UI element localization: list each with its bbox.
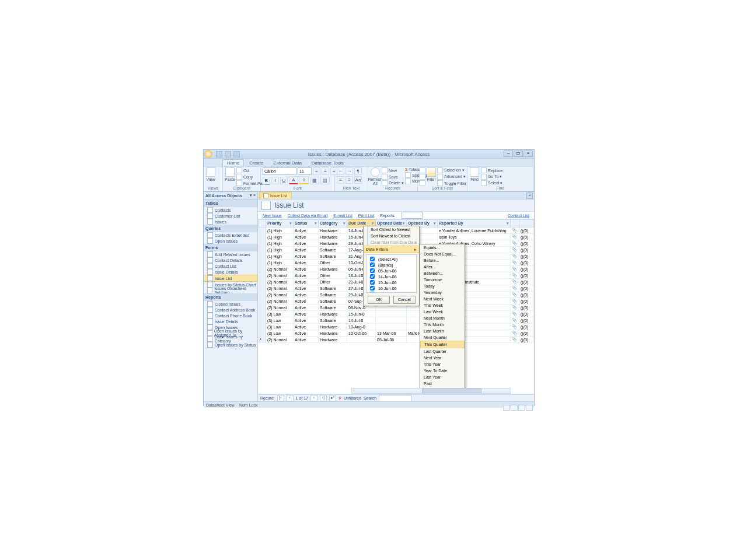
toggle-filter-button[interactable]: Toggle Filter <box>437 180 466 186</box>
col-priority[interactable]: Priority▾ <box>266 220 294 228</box>
filter-value[interactable]: 14-Jun-06 <box>368 274 415 279</box>
date-filter-tomorrow[interactable]: Tomorrow <box>420 276 465 283</box>
nav-item-customer-list[interactable]: Customer List <box>204 213 257 219</box>
due-date-filter-menu[interactable]: Sort Oldest to NewestSort Newest to Olde… <box>363 226 420 306</box>
date-filter-this-month[interactable]: This Month <box>420 321 465 328</box>
reports-combo[interactable] <box>402 212 423 219</box>
col-rowselector[interactable] <box>511 220 519 228</box>
nav-item-issues-datasheet-subform[interactable]: Issues Datasheet Subform <box>204 288 257 293</box>
align-center-button[interactable]: ≡ <box>322 167 329 175</box>
nav-item-issues[interactable]: Issues <box>204 219 257 225</box>
col-rowselector[interactable] <box>519 220 534 228</box>
date-filter-after[interactable]: After... <box>420 264 465 270</box>
cancel-button[interactable]: Cancel <box>393 296 416 304</box>
nav-item-contact-phone-book[interactable]: Contact Phone Book <box>204 313 257 318</box>
date-filter-next-year[interactable]: Next Year <box>420 355 465 361</box>
qat-save-icon[interactable] <box>216 151 222 158</box>
maximize-button[interactable]: ▭ <box>514 150 523 157</box>
date-filter-year-to-date[interactable]: Year To Date <box>420 368 465 374</box>
goto-button[interactable]: Go To ▾ <box>481 174 503 180</box>
nav-item-issue-list[interactable]: Issue List <box>204 275 257 282</box>
selection-button[interactable]: Selection ▾ <box>437 167 466 173</box>
filter-value[interactable]: 05-Jun-06 <box>368 268 415 274</box>
new-record-button[interactable]: New <box>382 167 404 173</box>
col-category[interactable]: Category▾ <box>319 220 347 228</box>
nav-item-contacts[interactable]: Contacts <box>204 207 257 213</box>
table-row[interactable]: (3) LowActiveHardware15-Jun-0📎()(0) <box>259 311 534 317</box>
qat-redo-icon[interactable] <box>233 151 240 158</box>
filter-status[interactable]: Unfiltered <box>344 396 361 400</box>
nav-item-issue-details[interactable]: Issue Details <box>204 318 257 324</box>
sort-option[interactable]: Sort Oldest to Newest <box>364 226 419 233</box>
date-filter-past[interactable]: Past <box>420 380 465 387</box>
table-row[interactable]: (3) LowActiveHardware10-Aug-0orld Import… <box>259 324 534 330</box>
sort-desc-button[interactable] <box>420 174 425 180</box>
date-filter-last-week[interactable]: Last Week <box>420 309 465 315</box>
layout-view-icon[interactable] <box>518 405 525 411</box>
qat-undo-icon[interactable] <box>225 151 231 158</box>
sort-option[interactable]: Sort Newest to Oldest <box>364 233 419 239</box>
horizontal-scrollbar[interactable] <box>351 388 511 394</box>
date-filter-this-quarter[interactable]: This Quarter <box>420 341 465 348</box>
new-issue-link[interactable]: New Issue <box>263 214 282 218</box>
paste-button[interactable]: Paste <box>225 167 235 181</box>
italic-button[interactable]: I <box>271 177 279 184</box>
nav-category-tables[interactable]: Tables <box>204 200 257 207</box>
next-record-button[interactable]: › <box>310 395 317 401</box>
date-filter-this-week[interactable]: This Week <box>420 302 465 309</box>
date-filter-last-quarter[interactable]: Last Quarter <box>420 348 465 355</box>
underline-button[interactable]: U <box>280 177 288 184</box>
nav-category-reports[interactable]: Reports <box>204 293 257 301</box>
bold-button[interactable]: B <box>263 177 270 184</box>
nav-item-contact-address-book[interactable]: Contact Address Book <box>204 307 257 313</box>
email-list-link[interactable]: E-mail List <box>333 214 352 218</box>
nav-item-contact-details[interactable]: Contact Details <box>204 257 257 263</box>
date-filter-this-year[interactable]: This Year <box>420 361 465 368</box>
date-filter-last-month[interactable]: Last Month <box>420 328 465 334</box>
date-filters-header[interactable]: Date Filters▸ <box>364 246 419 253</box>
nav-item-open-issues-by-status[interactable]: Open Issues by Status <box>204 342 257 348</box>
col-reported-by[interactable]: Reported By▾ <box>438 220 511 228</box>
nav-item-issue-details[interactable]: Issue Details <box>204 269 257 275</box>
date-filter-does-not-equal[interactable]: Does Not Equal... <box>420 251 465 257</box>
nav-category-forms[interactable]: Forms <box>204 244 257 251</box>
select-button[interactable]: Select ▾ <box>481 180 503 186</box>
nav-item-contact-list[interactable]: Contact List <box>204 263 257 269</box>
date-filters-submenu[interactable]: Equals...Does Not Equal...Before...After… <box>420 244 465 394</box>
fill-color-button[interactable]: ◊ <box>299 176 309 184</box>
first-record-button[interactable]: |‹ <box>277 395 284 401</box>
print-list-link[interactable]: Print List <box>358 214 374 218</box>
font-color-button[interactable]: A <box>289 176 298 184</box>
date-filter-next-month[interactable]: Next Month <box>420 315 465 321</box>
date-filter-before[interactable]: Before... <box>420 257 465 264</box>
date-filter-equals[interactable]: Equals... <box>420 244 465 251</box>
date-filter-yesterday[interactable]: Yesterday <box>420 289 465 296</box>
align-left-button[interactable]: ≡ <box>313 167 320 175</box>
prev-record-button[interactable]: ‹ <box>287 395 294 401</box>
table-row[interactable]: *(2) NormalActiveHardware05-Jul-06📎()(0) <box>259 337 534 343</box>
date-filter-today[interactable]: Today <box>420 283 465 289</box>
nav-item-contacts-extended[interactable]: Contacts Extended <box>204 232 257 238</box>
sort-asc-button[interactable] <box>420 167 425 173</box>
delete-record-button[interactable]: Delete ▾ <box>382 180 404 186</box>
ribbon-tab-database-tools[interactable]: Database Tools <box>307 159 348 166</box>
font-size-combo[interactable]: 11 <box>298 167 312 175</box>
minimize-button[interactable]: – <box>504 150 513 157</box>
last-record-button[interactable]: ›| <box>320 395 327 401</box>
close-button[interactable]: × <box>523 150 533 157</box>
datasheet-view-icon[interactable] <box>511 405 518 411</box>
gridlines-button[interactable]: ▦ <box>310 177 319 184</box>
nav-item-add-related-issues[interactable]: Add Related Issues <box>204 251 257 257</box>
col-rowselector[interactable] <box>259 220 266 228</box>
advanced-button[interactable]: Advanced ▾ <box>437 174 466 180</box>
table-row[interactable]: (3) LowActiveHardware10-Oct-0613-Mar-06M… <box>259 330 534 337</box>
filter-value[interactable]: (Select All) <box>368 256 415 262</box>
ribbon-tab-create[interactable]: Create <box>245 159 268 166</box>
new-record-nav-button[interactable]: ▸* <box>329 395 336 401</box>
clear-sort-button[interactable] <box>420 180 425 186</box>
nav-header[interactable]: All Access Objects▾ « <box>204 192 257 200</box>
filter-value[interactable]: 16-Jun-06 <box>368 285 415 291</box>
date-filter-last-year[interactable]: Last Year <box>420 374 465 380</box>
save-record-button[interactable]: Save <box>382 174 404 180</box>
date-filter-between[interactable]: Between... <box>420 270 465 276</box>
